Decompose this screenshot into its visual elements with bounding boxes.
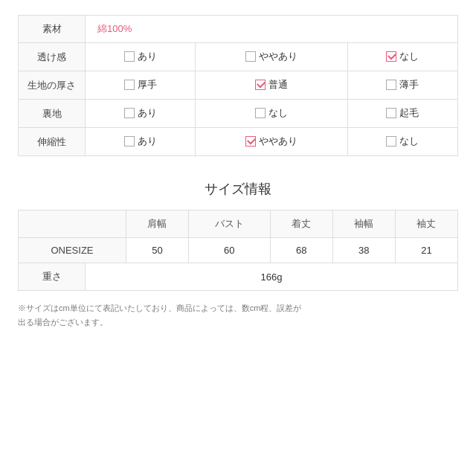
material-label-shinshuku: 伸縮性 [19, 128, 86, 156]
checkbox-label: あり [138, 135, 157, 148]
checkbox-label: なし [268, 106, 288, 120]
material-row-sozai: 素材 綿100% [19, 16, 458, 43]
size-header-kita: 着丈 [270, 210, 332, 238]
checkbox-label: なし [399, 135, 419, 148]
weight-table: 重さ 166g [18, 263, 458, 291]
size-val-sode-take: 21 [395, 238, 457, 263]
checkbox-icon-checked [245, 136, 256, 147]
checkbox-item: 厚手 [124, 78, 157, 91]
size-table-header-row: 肩幅 バスト 着丈 袖幅 袖丈 [19, 210, 458, 238]
checkbox-icon-checked [386, 51, 396, 62]
checkbox-label: ややあり [259, 50, 298, 63]
checkbox-label: あり [138, 106, 157, 120]
material-cell-sukekann-2: ややあり [196, 43, 347, 71]
material-row-uraji: 裏地 あり なし 起毛 [19, 100, 458, 128]
size-footnote: ※サイズはcm単位にて表記いたしており、商品によっては、数cm程、誤差が出る場合… [18, 301, 458, 329]
material-table: 素材 綿100% 透け感 あり ややあり なし 生地の厚さ [18, 15, 458, 156]
checkbox-label: あり [138, 50, 157, 63]
checkbox-icon-unchecked [386, 136, 396, 147]
checkbox-icon-unchecked [124, 51, 135, 62]
material-cell-sukekann-1: あり [86, 43, 196, 71]
checkbox-icon-unchecked [245, 51, 256, 62]
size-header-label [19, 210, 126, 238]
checkbox-item: なし [386, 135, 419, 148]
material-cell-sukekann-3: なし [347, 43, 457, 71]
size-section-title: サイズ情報 [18, 180, 458, 198]
checkbox-item: ややあり [245, 135, 298, 148]
checkbox-label: 普通 [268, 78, 288, 91]
material-row-sukekann: 透け感 あり ややあり なし [19, 43, 458, 71]
checkbox-item: 普通 [255, 78, 288, 91]
material-label-uraji: 裏地 [19, 100, 86, 128]
checkbox-icon-checked [255, 80, 266, 90]
checkbox-label: ややあり [259, 135, 298, 148]
material-cell-uraji-1: あり [86, 100, 196, 128]
checkbox-icon-unchecked [255, 108, 266, 118]
size-val-kita: 68 [270, 238, 332, 263]
checkbox-item: あり [124, 135, 157, 148]
size-header-kata: 肩幅 [126, 210, 188, 238]
size-val-bust: 60 [189, 238, 271, 263]
checkbox-icon-unchecked [124, 108, 135, 118]
material-cell-uraji-2: なし [196, 100, 347, 128]
material-value-sozai: 綿100% [86, 16, 458, 43]
size-table-row-onesize: ONESIZE 50 60 68 38 21 [19, 238, 458, 263]
size-row-label-onesize: ONESIZE [19, 238, 126, 263]
checkbox-icon-unchecked [124, 80, 135, 90]
checkbox-item: 薄手 [386, 78, 419, 91]
checkbox-label: 薄手 [399, 78, 419, 91]
material-cell-uraji-3: 起毛 [347, 100, 457, 128]
checkbox-icon-unchecked [386, 108, 396, 118]
checkbox-label: 厚手 [138, 78, 157, 91]
checkbox-icon-unchecked [124, 136, 135, 147]
weight-value: 166g [86, 263, 458, 291]
checkbox-item: あり [124, 50, 157, 63]
material-label-sukekann: 透け感 [19, 43, 86, 71]
size-table: 肩幅 バスト 着丈 袖幅 袖丈 ONESIZE 50 60 68 38 21 [18, 210, 458, 263]
checkbox-label: 起毛 [399, 106, 419, 120]
checkbox-item: あり [124, 106, 157, 120]
material-cell-kiji-1: 厚手 [86, 71, 196, 100]
checkbox-item: ややあり [245, 50, 298, 63]
material-label-sozai: 素材 [19, 16, 86, 43]
weight-label: 重さ [19, 263, 86, 291]
size-header-bust: バスト [189, 210, 271, 238]
material-row-shinshuku: 伸縮性 あり ややあり なし [19, 128, 458, 156]
material-row-kiji: 生地の厚さ 厚手 普通 薄手 [19, 71, 458, 100]
material-cell-shinshuku-1: あり [86, 128, 196, 156]
weight-row: 重さ 166g [19, 263, 458, 291]
size-header-sode-haba: 袖幅 [332, 210, 395, 238]
material-cell-kiji-2: 普通 [196, 71, 347, 100]
material-cell-shinshuku-2: ややあり [196, 128, 347, 156]
checkbox-label: なし [399, 50, 419, 63]
checkbox-icon-unchecked [386, 80, 396, 90]
material-label-kiji: 生地の厚さ [19, 71, 86, 100]
checkbox-item: なし [255, 106, 288, 120]
material-cell-shinshuku-3: なし [347, 128, 457, 156]
size-val-sode-haba: 38 [332, 238, 395, 263]
size-val-kata: 50 [126, 238, 188, 263]
checkbox-item: なし [386, 50, 419, 63]
size-header-sode-take: 袖丈 [395, 210, 457, 238]
material-cell-kiji-3: 薄手 [347, 71, 457, 100]
checkbox-item: 起毛 [386, 106, 419, 120]
